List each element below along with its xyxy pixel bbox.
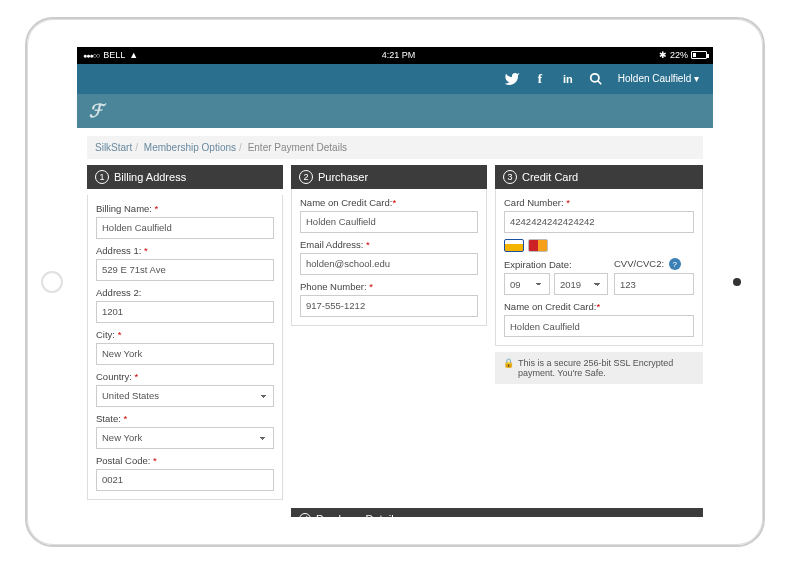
- card-header: 3 Credit Card: [495, 165, 703, 189]
- step-2-icon: 2: [299, 170, 313, 184]
- addr2-input[interactable]: [96, 301, 274, 323]
- card-panel: Card Number: * Expiration Date: 09: [495, 189, 703, 347]
- addr2-label: Address 2:: [96, 287, 274, 298]
- linkedin-icon[interactable]: in: [556, 67, 580, 91]
- email-label: Email Address: *: [300, 239, 478, 250]
- help-icon[interactable]: ?: [669, 258, 681, 270]
- card-num-input[interactable]: [504, 211, 694, 233]
- step-3-icon: 3: [503, 170, 517, 184]
- lock-icon: [503, 358, 514, 378]
- twitter-icon[interactable]: [500, 67, 524, 91]
- bluetooth-icon: ✱: [659, 50, 667, 60]
- postal-input[interactable]: [96, 469, 274, 491]
- screen: BELL ▲ 4:21 PM ✱ 22% f in Holden Caulfie…: [77, 47, 713, 517]
- billing-header: 1 Billing Address: [87, 165, 283, 189]
- breadcrumb-current: Enter Payment Details: [248, 142, 348, 153]
- card-name-label: Name on Credit Card:*: [504, 301, 694, 312]
- check-icon: ✓: [299, 513, 311, 517]
- facebook-icon[interactable]: f: [528, 67, 552, 91]
- breadcrumb-options[interactable]: Membership Options: [144, 142, 236, 153]
- cvv-input[interactable]: [614, 273, 694, 295]
- chevron-down-icon: ▾: [694, 73, 699, 84]
- state-select[interactable]: New York: [96, 427, 274, 449]
- svg-line-1: [598, 80, 602, 84]
- phone-input[interactable]: [300, 295, 478, 317]
- svg-point-0: [591, 73, 599, 81]
- phone-label: Phone Number: *: [300, 281, 478, 292]
- clock: 4:21 PM: [138, 50, 659, 60]
- top-nav: f in Holden Caulfield ▾: [77, 64, 713, 94]
- postal-label: Postal Code: *: [96, 455, 274, 466]
- billing-panel: Billing Name: * Address 1: * Address 2: …: [87, 195, 283, 500]
- ssl-notice: This is a secure 256-bit SSL Encrypted p…: [495, 352, 703, 384]
- home-button[interactable]: [41, 271, 63, 293]
- search-icon[interactable]: [584, 67, 608, 91]
- battery-pct: 22%: [670, 50, 688, 60]
- carrier-label: BELL: [103, 50, 125, 60]
- camera-dot: [733, 278, 741, 286]
- user-menu[interactable]: Holden Caulfield ▾: [612, 73, 705, 84]
- breadcrumb-home[interactable]: SilkStart: [95, 142, 132, 153]
- addr1-label: Address 1: *: [96, 245, 274, 256]
- purchaser-panel: Name on Credit Card:* Email Address: * P…: [291, 189, 487, 326]
- status-bar: BELL ▲ 4:21 PM ✱ 22%: [77, 47, 713, 64]
- email-input[interactable]: [300, 253, 478, 275]
- cvv-label: CVV/CVC2: ?: [614, 258, 694, 271]
- tablet-frame: BELL ▲ 4:21 PM ✱ 22% f in Holden Caulfie…: [25, 17, 765, 547]
- card-name-input[interactable]: [504, 315, 694, 337]
- purchaser-name-label: Name on Credit Card:*: [300, 197, 478, 208]
- card-type-icons: [504, 239, 694, 252]
- logo-bar: ℱ: [77, 94, 713, 128]
- step-1-icon: 1: [95, 170, 109, 184]
- breadcrumb: SilkStart/ Membership Options/ Enter Pay…: [87, 136, 703, 159]
- country-label: Country: *: [96, 371, 274, 382]
- country-select[interactable]: United States: [96, 385, 274, 407]
- city-input[interactable]: [96, 343, 274, 365]
- purchaser-name-input[interactable]: [300, 211, 478, 233]
- page-content: SilkStart/ Membership Options/ Enter Pay…: [77, 128, 713, 517]
- billing-name-label: Billing Name: *: [96, 203, 274, 214]
- exp-month-select[interactable]: 09: [504, 273, 550, 295]
- battery-icon: [691, 51, 707, 59]
- city-label: City: *: [96, 329, 274, 340]
- addr1-input[interactable]: [96, 259, 274, 281]
- wifi-icon: ▲: [129, 50, 138, 60]
- visa-icon: [504, 239, 524, 252]
- billing-name-input[interactable]: [96, 217, 274, 239]
- state-label: State: *: [96, 413, 274, 424]
- exp-year-select[interactable]: 2019: [554, 273, 608, 295]
- card-num-label: Card Number: *: [504, 197, 694, 208]
- exp-label: Expiration Date:: [504, 259, 608, 270]
- signal-dots-icon: [83, 50, 99, 60]
- brand-logo-icon[interactable]: ℱ: [89, 100, 103, 122]
- purchaser-header: 2 Purchaser: [291, 165, 487, 189]
- mastercard-icon: [528, 239, 548, 252]
- purchase-header: ✓ Purchase Details: [291, 508, 703, 517]
